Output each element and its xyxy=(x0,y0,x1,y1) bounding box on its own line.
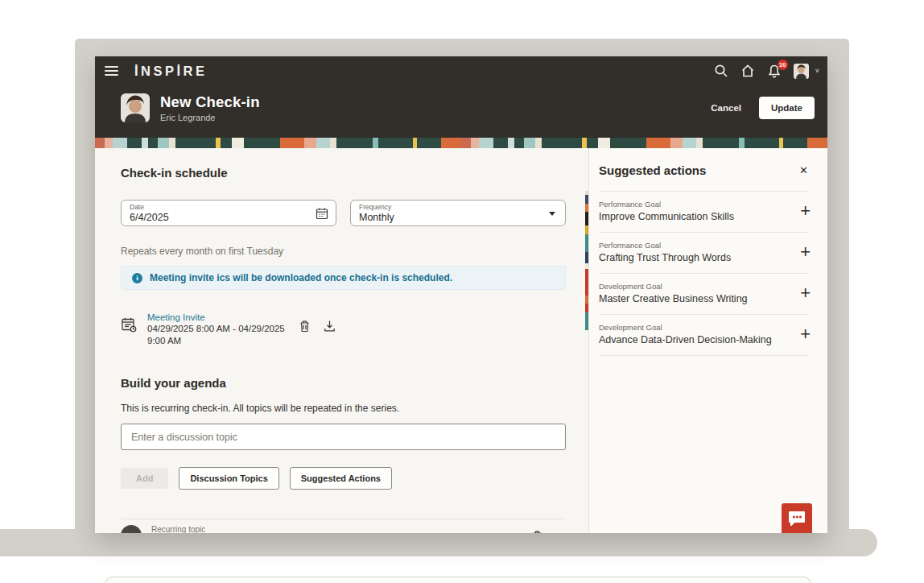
download-invite-icon[interactable] xyxy=(324,320,336,333)
backdrop-band xyxy=(0,529,877,556)
calendar-icon[interactable] xyxy=(316,207,328,220)
date-field-label: Date xyxy=(130,203,328,211)
agenda-note: This is recurring check-in. All topics w… xyxy=(121,403,566,414)
goal-title: Improve Communication Skills xyxy=(599,211,786,222)
meeting-invite-link[interactable]: Meeting Invite xyxy=(147,312,289,322)
meeting-invite-time: 04/29/2025 8:00 AM - 04/29/2025 9:00 AM xyxy=(147,323,289,347)
page-title-block: New Check-in Eric Legrande xyxy=(160,93,260,122)
date-field-value: 6/4/2025 xyxy=(130,212,328,223)
schedule-fields: Date 6/4/2025 Frequency Monthly xyxy=(121,200,566,226)
global-nav-row: İNSPİRE 10 xyxy=(105,62,819,80)
search-icon[interactable] xyxy=(714,64,728,78)
app-window: İNSPİRE 10 xyxy=(95,56,827,533)
date-field[interactable]: Date 6/4/2025 xyxy=(121,200,336,226)
delete-invite-icon[interactable] xyxy=(299,320,311,333)
chat-button[interactable] xyxy=(782,503,812,533)
frequency-select[interactable]: Frequency Monthly xyxy=(350,200,566,226)
top-bar: İNSPİRE 10 xyxy=(95,56,827,138)
page-title: New Check-in xyxy=(160,93,260,111)
info-icon: i xyxy=(132,273,142,283)
add-goal-icon[interactable]: + xyxy=(800,202,811,220)
goal-title: Crafting Trust Through Words xyxy=(599,252,786,263)
agenda-buttons: Add Discussion Topics Suggested Actions xyxy=(121,467,566,490)
goal-list: Performance Goal Improve Communication S… xyxy=(599,191,809,356)
goal-item: Performance Goal Crafting Trust Through … xyxy=(599,233,809,274)
goal-item: Development Goal Master Creative Busines… xyxy=(599,274,809,315)
add-goal-icon[interactable]: + xyxy=(800,243,811,261)
global-actions: 10 ˅ xyxy=(714,64,819,79)
main-content: Check-in schedule Date 6/4/2025 xyxy=(121,148,566,533)
meeting-invite-info: Meeting Invite 04/29/2025 8:00 AM - 04/2… xyxy=(147,312,289,347)
notification-badge: 10 xyxy=(778,60,788,70)
add-button[interactable]: Add xyxy=(121,468,168,489)
dropdown-caret-icon[interactable] xyxy=(549,212,555,216)
goal-item: Development Goal Advance Data-Driven Dec… xyxy=(599,315,809,356)
decorative-banner xyxy=(95,138,827,148)
delete-topic-icon[interactable] xyxy=(531,530,543,533)
close-icon[interactable]: ✕ xyxy=(798,163,810,178)
employee-name: Eric Legrande xyxy=(160,113,260,122)
topic-count-badge: 99 xyxy=(121,525,142,533)
next-card-peek xyxy=(105,577,811,583)
frequency-select-label: Frequency xyxy=(359,203,557,211)
frequency-select-value: Monthly xyxy=(359,212,557,223)
topic-kind: Recurring topic xyxy=(151,525,281,533)
info-banner-text: Meeting invite ics will be downloaded on… xyxy=(150,272,452,283)
notifications-bell-icon[interactable]: 10 xyxy=(767,64,782,78)
user-avatar[interactable] xyxy=(794,64,809,79)
add-goal-icon[interactable]: + xyxy=(800,325,811,343)
info-banner: i Meeting invite ics will be downloaded … xyxy=(121,266,566,290)
panel-title: Suggested actions xyxy=(599,163,706,177)
cancel-button[interactable]: Cancel xyxy=(711,103,741,113)
repeats-text: Repeats every month on first Tuesday xyxy=(121,246,566,257)
update-button[interactable]: Update xyxy=(759,97,815,119)
home-icon[interactable] xyxy=(740,64,755,78)
schedule-section-title: Check-in schedule xyxy=(121,166,566,180)
goal-item: Performance Goal Improve Communication S… xyxy=(599,192,809,233)
page-header-row: New Check-in Eric Legrande Cancel Update xyxy=(121,92,815,124)
suggested-actions-panel: Suggested actions ✕ Performance Goal Imp… xyxy=(588,148,827,533)
suggested-actions-button[interactable]: Suggested Actions xyxy=(290,467,392,490)
panel-header: Suggested actions ✕ xyxy=(589,148,827,178)
goal-category: Development Goal xyxy=(599,323,786,332)
agenda-section-title: Build your agenda xyxy=(121,376,566,390)
discussion-topic-input[interactable] xyxy=(121,424,566,450)
app-logo: İNSPİRE xyxy=(134,64,208,79)
calendar-clock-icon xyxy=(121,316,137,333)
menu-icon[interactable] xyxy=(105,66,118,76)
goal-category: Development Goal xyxy=(599,282,786,291)
topic-list-item[interactable]: 99 Recurring topic New learning opportun… xyxy=(121,519,566,533)
employee-avatar xyxy=(121,93,150,122)
goal-category: Performance Goal xyxy=(599,241,786,250)
discussion-topics-button[interactable]: Discussion Topics xyxy=(179,467,278,490)
topic-text: Recurring topic New learning opportuniti… xyxy=(151,525,281,533)
goal-category: Performance Goal xyxy=(599,200,786,209)
meeting-invite-row: Meeting Invite 04/29/2025 8:00 AM - 04/2… xyxy=(121,312,566,347)
goal-title: Advance Data-Driven Decision-Making xyxy=(599,334,786,345)
add-goal-icon[interactable]: + xyxy=(800,284,811,302)
chevron-down-icon[interactable]: ˅ xyxy=(815,67,819,75)
chevron-right-icon[interactable]: › xyxy=(562,529,566,533)
goal-title: Master Creative Business Writing xyxy=(599,293,786,304)
